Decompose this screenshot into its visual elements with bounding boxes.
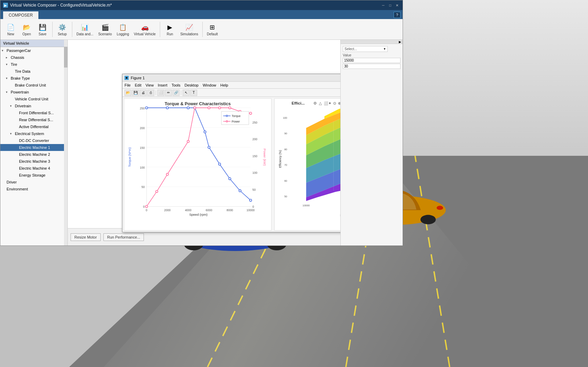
sidebar-item-environment[interactable]: Environment [0,186,67,193]
sidebar-item-rearDifferential[interactable]: Rear Differential S... [0,116,67,123]
simulations-button[interactable]: 📈 Simulations [178,22,200,37]
tree-label-chassis: Chassis [11,55,24,60]
svg-point-31 [187,107,189,109]
sidebar-item-electricMachine3[interactable]: Electric Machine 3 [0,158,67,165]
sidebar-item-dcDcConverter[interactable]: DC-DC Converter [0,137,67,144]
sidebar-item-electricMachine1[interactable]: Electric Machine 1 [0,144,67,151]
menu-edit[interactable]: Edit [135,83,141,87]
fig-tool-folder[interactable]: 📂 [125,90,131,96]
sidebar-item-electricMachine4[interactable]: Electric Machine 4 [0,165,67,172]
open-button[interactable]: 📂 Open [19,22,34,37]
svg-text:Torque: Torque [232,114,241,118]
sidebar-scrollbar[interactable] [64,40,67,245]
fig-sep-1 [156,90,156,95]
svg-text:100: 100 [283,116,287,119]
data-label: Data and... [76,32,93,36]
sidebar-item-chassis[interactable]: ▸Chassis [0,54,67,61]
content-panel: ◆ Figure 1 ─ □ ✕ File Edit View Insert T… [68,40,340,245]
fig-tool-edit[interactable]: ✏ [165,90,172,96]
svg-text:200: 200 [140,126,145,130]
right-panel-dropdown-container: Select... ▼ [343,46,401,52]
fig-tool-arrow[interactable]: ↖ [183,90,190,96]
menu-insert[interactable]: Insert [158,83,167,87]
menu-tools[interactable]: Tools [172,83,181,87]
menu-window[interactable]: Window [203,83,216,87]
svg-point-34 [208,146,210,148]
data-button[interactable]: 📊 Data and... [74,22,95,37]
sidebar-item-electricalSystem[interactable]: ▾Electrical System [0,130,67,137]
torque-power-chart: Torque & Power Characteristics [124,98,272,231]
sidebar-item-tireData[interactable]: Tire Data [0,68,67,75]
sidebar-item-energyStorage[interactable]: Energy Storage [0,172,67,179]
tree-toggle-electricalSystem: ▾ [10,132,15,135]
scenario-label: Scenario [98,32,112,36]
run-performance-button[interactable]: Run Performance... [103,233,144,241]
main-content: Virtual Vehicle ▾PassengerCar▸Chassis▾Ti… [0,40,403,245]
logging-button[interactable]: 📋 Logging [114,22,131,37]
sidebar-item-tire[interactable]: ▾Tire [0,61,67,68]
svg-text:⊙: ⊙ [333,101,336,105]
svg-text:0: 0 [146,208,147,212]
fig-tool-print[interactable]: 🖨 [140,90,147,96]
sidebar-item-electricMachine2[interactable]: Electric Machine 2 [0,151,67,158]
fig-tool-print2[interactable]: ⎙ [147,90,154,96]
sidebar-item-powertrain[interactable]: ▾Powertrain [0,89,67,96]
sidebar-item-drivetrain[interactable]: ▾Drivetrain [0,102,67,109]
sidebar: Virtual Vehicle ▾PassengerCar▸Chassis▾Ti… [0,40,68,245]
menu-help[interactable]: Help [220,83,228,87]
value-input-1[interactable] [343,58,401,63]
svg-point-33 [204,131,206,133]
sidebar-item-activeDifferential[interactable]: Active Differential [0,123,67,130]
fig-tool-link[interactable]: 🔗 [173,90,180,96]
virtual-vehicle-button[interactable]: 🚗 Virtual Vehicle [132,22,158,37]
run-button[interactable]: ▶ Run [162,22,177,37]
svg-point-42 [187,140,189,142]
sidebar-item-driver[interactable]: Driver [0,179,67,186]
right-panel: ▶ Select... ▼ Value [340,40,403,245]
menu-view[interactable]: View [146,83,154,87]
fig-tool-new[interactable]: ⬜ [157,90,164,96]
svg-text:Speed (rpm): Speed (rpm) [340,214,340,217]
maximize-button[interactable]: □ [387,2,393,8]
scenario-button[interactable]: 🎬 Scenario [96,22,114,37]
minimize-button[interactable]: ─ [380,2,386,8]
setup-icon: ⚙️ [57,23,67,32]
save-button[interactable]: 💾 Save [35,22,50,37]
sidebar-item-passengerCar[interactable]: ▾PassengerCar [0,47,67,54]
svg-text:60: 60 [284,179,287,182]
scrollbar-thumb[interactable] [64,47,67,68]
simulations-label: Simulations [180,32,198,36]
svg-text:0: 0 [143,205,145,208]
value-input-2[interactable] [343,64,401,69]
tree-toggle-tire: ▾ [6,63,11,66]
svg-point-30 [166,107,168,109]
right-panel-dropdown[interactable]: Select... ▼ [343,46,388,52]
default-button[interactable]: ⊞ Default [205,22,220,37]
sidebar-item-frontDifferential[interactable]: Front Differential S... [0,109,67,116]
right-panel-toolbar: ▶ [341,40,403,44]
svg-text:0: 0 [252,205,254,208]
fig-tool-save[interactable]: 💾 [132,90,139,96]
menu-file[interactable]: File [125,83,131,87]
sidebar-item-vehicleControlUnit[interactable]: Vehicle Control Unit [0,96,67,102]
svg-point-36 [229,178,231,180]
app-window: ▶ Virtual Vehicle Composer - ConfiguredV… [0,0,403,246]
menu-desktop[interactable]: Desktop [185,83,199,87]
new-button[interactable]: 📄 New [3,22,18,37]
help-button[interactable]: ? [394,12,401,18]
svg-text:10000: 10000 [303,204,310,207]
scenario-icon: 🎬 [100,23,110,32]
composer-tab[interactable]: COMPOSER [3,11,38,19]
svg-point-46 [229,107,231,109]
fig-tool-text[interactable]: T [190,90,197,96]
tree-label-vehicleControlUnit: Vehicle Control Unit [15,97,48,101]
right-panel-scroll-btn[interactable]: ▶ [399,40,401,44]
svg-text:Power: Power [232,120,240,123]
tree-label-electricMachine1: Electric Machine 1 [19,145,50,150]
setup-button[interactable]: ⚙️ Setup [55,22,70,37]
close-button[interactable]: ✕ [394,2,400,8]
svg-point-39 [146,205,148,207]
sidebar-item-brakeControlUnit[interactable]: Brake Control Unit [0,82,67,89]
resize-motor-button[interactable]: Resize Motor [71,233,101,241]
sidebar-item-brakeType[interactable]: ▾Brake Type [0,75,67,82]
